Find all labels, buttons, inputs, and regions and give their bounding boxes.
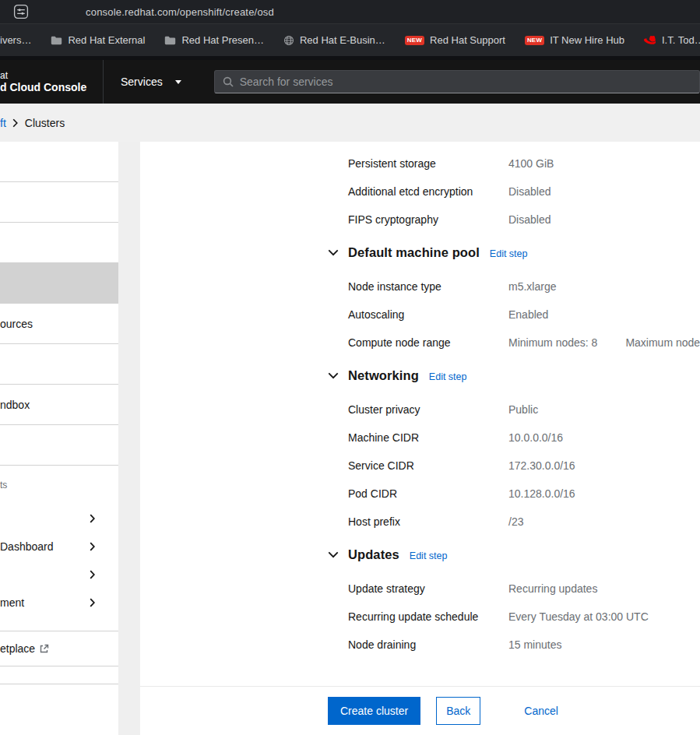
review-row-value: 15 minutes xyxy=(508,638,700,651)
sidebar-expandable-item[interactable] xyxy=(0,505,118,533)
external-link-icon xyxy=(39,644,49,654)
search-input[interactable] xyxy=(240,76,691,88)
bookmark-item[interactable]: NEWRed Hat Support xyxy=(405,34,505,46)
review-row-value: Disabled xyxy=(508,213,700,226)
sidebar-expandable-item[interactable] xyxy=(0,561,118,589)
review-row-value: Public xyxy=(508,403,700,416)
services-search-box[interactable] xyxy=(214,70,700,93)
services-menu-button[interactable]: Services xyxy=(121,76,181,88)
sidebar-item-label: ment xyxy=(0,596,24,609)
review-row-value-item: Disabled xyxy=(508,185,551,198)
section-title: Networking xyxy=(348,368,419,383)
sidebar-item-label: ources xyxy=(0,318,33,330)
review-row: Node instance typem5.xlarge xyxy=(328,273,700,301)
edit-step-link[interactable]: Edit step xyxy=(429,371,467,382)
back-button[interactable]: Back xyxy=(436,697,480,725)
review-row-value-item: Enabled xyxy=(508,308,548,321)
sidebar-item-label: ndbox xyxy=(0,399,30,411)
bookmark-label: Red Hat E-Busin… xyxy=(300,34,385,46)
review-row-label: Compute node range xyxy=(348,336,508,349)
review-row-label: Persistent storage xyxy=(348,157,508,170)
review-row: Service CIDR172.30.0.0/16 xyxy=(328,452,700,480)
sidebar-item[interactable] xyxy=(0,223,118,263)
review-row-label: Recurring update schedule xyxy=(348,610,508,623)
sidebar-expandable-item[interactable]: ment xyxy=(0,589,118,617)
review-row: Persistent storage4100 GiB xyxy=(328,149,700,178)
chevron-down-icon[interactable] xyxy=(328,249,339,256)
review-row: Pod CIDR10.128.0.0/16 xyxy=(328,480,700,508)
url-bar-settings-icon[interactable] xyxy=(13,4,29,19)
chevron-down-icon[interactable] xyxy=(328,551,339,558)
section-title: Default machine pool xyxy=(348,245,480,260)
review-row-value-item: 4100 GiB xyxy=(508,157,554,170)
review-row-value-item: 10.0.0.0/16 xyxy=(508,431,563,444)
review-row-value-item: Every Tuesday at 03:00 UTC xyxy=(508,610,649,623)
screen: console.redhat.com/openshift/create/osd … xyxy=(0,0,700,735)
review-row-label: Host prefix xyxy=(348,515,508,528)
breadcrumb-parent-link[interactable]: ft xyxy=(0,117,6,129)
review-section-header: Default machine poolEdit step xyxy=(328,238,700,266)
bookmark-item[interactable]: Red Hat E-Busin… xyxy=(283,34,385,46)
app-logo[interactable]: at d Cloud Console xyxy=(0,60,104,104)
review-row-value-item: 10.128.0.0/16 xyxy=(508,487,575,500)
bookmark-item[interactable]: Red Hat Presen… xyxy=(164,34,264,46)
review-row-label: Cluster privacy xyxy=(348,403,508,416)
sidebar-item[interactable] xyxy=(0,425,118,466)
bookmark-item[interactable]: Red Hat External xyxy=(51,34,145,46)
bookmark-label: I.T. Tod… xyxy=(662,34,700,46)
review-row-label: Autoscaling xyxy=(348,308,508,321)
chevron-right-icon xyxy=(90,570,95,579)
wizard-footer: Create cluster Back Cancel xyxy=(140,686,700,735)
review-content: Persistent storage4100 GiBAdditional etc… xyxy=(328,142,700,659)
review-row-value-item: Public xyxy=(508,403,538,416)
sidebar-item[interactable] xyxy=(0,263,118,304)
sidebar-divider xyxy=(0,684,118,684)
cancel-button[interactable]: Cancel xyxy=(518,697,565,725)
review-row-value: 172.30.0.0/16 xyxy=(508,459,700,472)
browser-url-bar: console.redhat.com/openshift/create/osd xyxy=(0,0,700,23)
review-row-value-item: m5.xlarge xyxy=(508,280,556,293)
create-cluster-button[interactable]: Create cluster xyxy=(328,697,420,725)
review-row-label: Node draining xyxy=(348,638,508,651)
chevron-right-icon xyxy=(90,514,95,523)
edit-step-link[interactable]: Edit step xyxy=(490,248,528,259)
sidebar-item[interactable] xyxy=(0,344,118,385)
caret-down-icon xyxy=(175,80,181,84)
review-row-value: 10.0.0.0/16 xyxy=(508,431,700,444)
review-row-value-item: Maximum nodes: xyxy=(625,336,700,349)
bookmark-item[interactable]: I.T. Tod… xyxy=(644,34,700,46)
bookmarks-bar: ivers…Red Hat ExternalRed Hat Presen…Red… xyxy=(0,23,700,56)
bookmark-item[interactable]: ivers… xyxy=(0,34,31,46)
folder-icon xyxy=(164,36,176,45)
review-row-label: Additional etcd encryption xyxy=(348,185,508,198)
sidebar-section-label: ts xyxy=(0,466,118,505)
review-row-value-item: Recurring updates xyxy=(508,582,597,595)
review-row-label: Pod CIDR xyxy=(348,487,508,500)
services-label: Services xyxy=(121,76,163,88)
review-row-label: Node instance type xyxy=(348,280,508,293)
review-section-header: UpdatesEdit step xyxy=(328,540,700,568)
review-row-value: Every Tuesday at 03:00 UTC xyxy=(508,610,700,623)
sidebar-item[interactable] xyxy=(0,142,118,182)
sidebar-item[interactable] xyxy=(0,182,118,223)
sidebar-item[interactable]: ndbox xyxy=(0,385,118,425)
review-row-value: Disabled xyxy=(508,185,700,198)
section-title: Updates xyxy=(348,547,399,562)
url-text[interactable]: console.redhat.com/openshift/create/osd xyxy=(86,6,274,18)
new-badge: NEW xyxy=(405,36,424,45)
review-row: Cluster privacyPublic xyxy=(328,396,700,424)
sidebar-external-link-item[interactable]: etplace xyxy=(0,631,118,666)
review-row-value: Enabled xyxy=(508,308,700,321)
sidebar-item[interactable]: ources xyxy=(0,304,118,344)
masthead: at d Cloud Console Services xyxy=(0,60,700,104)
review-row-value-item: Minimum nodes: 8 xyxy=(508,336,597,349)
edit-step-link[interactable]: Edit step xyxy=(410,550,448,561)
new-badge: NEW xyxy=(525,36,544,45)
chevron-down-icon[interactable] xyxy=(328,372,339,379)
review-row: AutoscalingEnabled xyxy=(328,301,700,329)
bookmark-item[interactable]: NEWIT New Hire Hub xyxy=(525,34,624,46)
review-row-value-item: 172.30.0.0/16 xyxy=(508,459,575,472)
sidebar-expandable-item[interactable]: Dashboard xyxy=(0,533,118,561)
chevron-right-icon xyxy=(12,118,18,128)
chevron-right-icon xyxy=(90,598,95,607)
